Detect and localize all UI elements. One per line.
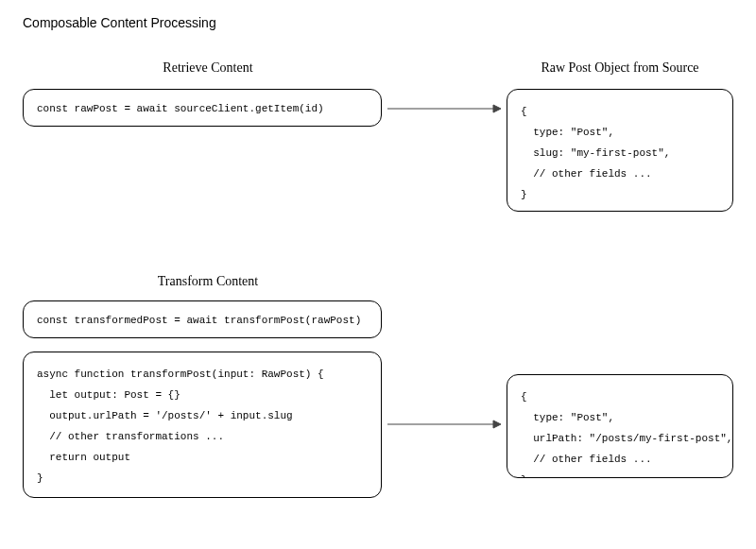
transform-function-box: async function transformPost(input: RawP… <box>23 352 382 498</box>
transform-content-label: Transform Content <box>123 274 293 289</box>
arrow-right-icon <box>386 418 503 431</box>
raw-post-object-box: { type: "Post", slug: "my-first-post", /… <box>507 89 733 212</box>
transform-call-box: const transformedPost = await transformP… <box>23 300 382 338</box>
raw-post-label: Raw Post Object from Source <box>507 60 733 76</box>
page-title: Composable Content Processing <box>23 15 216 30</box>
arrow-right-icon <box>386 102 503 115</box>
svg-marker-1 <box>493 105 501 112</box>
svg-marker-3 <box>493 420 501 428</box>
transformed-post-object-box: { type: "Post", urlPath: "/posts/my-firs… <box>507 374 733 478</box>
retrieve-code-box: const rawPost = await sourceClient.getIt… <box>23 89 382 127</box>
retrieve-content-label: Retrieve Content <box>123 60 293 76</box>
